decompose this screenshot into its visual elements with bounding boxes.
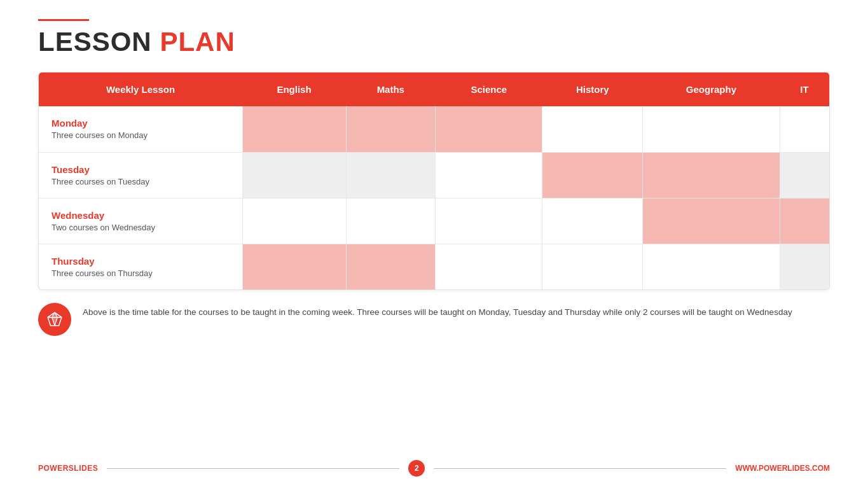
bottom-url: WWW.POWERLIDES.COM xyxy=(735,464,830,473)
thursday-geo-cell xyxy=(643,244,780,289)
col-english: English xyxy=(242,73,346,106)
title-word-lesson: LESSON xyxy=(38,27,152,57)
tuesday-day-name: Tuesday xyxy=(52,164,230,175)
page: LESSON PLAN Weekly Lesson English Maths … xyxy=(0,0,868,488)
col-geography: Geography xyxy=(643,73,780,106)
lesson-table-container: Weekly Lesson English Maths Science Hist… xyxy=(38,72,830,290)
diamond-svg xyxy=(46,311,63,328)
wednesday-history-cell xyxy=(542,198,643,244)
bottom-bar: POWERSLIDES 2 WWW.POWERLIDES.COM xyxy=(38,460,830,477)
thursday-history-cell xyxy=(542,244,643,289)
thursday-cell: Thursday Three courses on Thursday xyxy=(39,244,242,289)
table-row: Wednesday Two courses on Wednesday xyxy=(39,198,829,244)
wednesday-maths-cell xyxy=(346,198,435,244)
col-weekly-lesson: Weekly Lesson xyxy=(39,73,242,106)
tuesday-history-cell xyxy=(542,152,643,198)
table-row: Thursday Three courses on Thursday xyxy=(39,244,829,289)
header-accent-line xyxy=(38,19,89,21)
thursday-science-cell xyxy=(436,244,542,289)
monday-it-cell xyxy=(780,106,829,152)
table-header-row: Weekly Lesson English Maths Science Hist… xyxy=(39,73,829,106)
tuesday-english-cell xyxy=(242,152,346,198)
thursday-english-cell xyxy=(242,244,346,289)
monday-geo-cell xyxy=(643,106,780,152)
monday-english-cell xyxy=(242,106,346,152)
table-row: Tuesday Three courses on Tuesday xyxy=(39,152,829,198)
wednesday-science-cell xyxy=(436,198,542,244)
footer-text: Above is the time table for the courses … xyxy=(83,303,792,319)
monday-science-cell xyxy=(436,106,542,152)
header: LESSON PLAN xyxy=(38,19,830,57)
wednesday-it-cell xyxy=(780,198,829,244)
footer-note: Above is the time table for the courses … xyxy=(38,303,830,336)
table-row: Monday Three courses on Monday xyxy=(39,106,829,152)
wednesday-day-desc: Two courses on Wednesday xyxy=(52,223,230,232)
thursday-day-name: Thursday xyxy=(52,256,230,267)
col-science: Science xyxy=(436,73,542,106)
brand-black: POWER xyxy=(38,464,69,473)
page-title: LESSON PLAN xyxy=(38,27,830,57)
bottom-line-right xyxy=(434,468,726,469)
tuesday-geo-cell xyxy=(643,152,780,198)
monday-cell: Monday Three courses on Monday xyxy=(39,106,242,152)
monday-history-cell xyxy=(542,106,643,152)
tuesday-day-desc: Three courses on Tuesday xyxy=(52,177,230,186)
bottom-line-left xyxy=(107,468,399,469)
tuesday-cell: Tuesday Three courses on Tuesday xyxy=(39,152,242,198)
bottom-brand: POWERSLIDES xyxy=(38,464,98,473)
col-maths: Maths xyxy=(346,73,435,106)
wednesday-cell: Wednesday Two courses on Wednesday xyxy=(39,198,242,244)
lesson-table: Weekly Lesson English Maths Science Hist… xyxy=(39,73,829,289)
col-history: History xyxy=(542,73,643,106)
wednesday-day-name: Wednesday xyxy=(52,210,230,221)
tuesday-maths-cell xyxy=(346,152,435,198)
diamond-icon xyxy=(38,303,71,336)
wednesday-english-cell xyxy=(242,198,346,244)
thursday-maths-cell xyxy=(346,244,435,289)
page-number-badge: 2 xyxy=(408,460,425,477)
thursday-it-cell xyxy=(780,244,829,289)
wednesday-geo-cell xyxy=(643,198,780,244)
monday-day-name: Monday xyxy=(52,118,230,129)
monday-day-desc: Three courses on Monday xyxy=(52,130,230,140)
thursday-day-desc: Three courses on Thursday xyxy=(52,268,230,278)
monday-maths-cell xyxy=(346,106,435,152)
brand-red: SLIDES xyxy=(69,464,98,473)
col-it: IT xyxy=(780,73,829,106)
title-word-plan: PLAN xyxy=(160,27,235,57)
tuesday-it-cell xyxy=(780,152,829,198)
tuesday-science-cell xyxy=(436,152,542,198)
